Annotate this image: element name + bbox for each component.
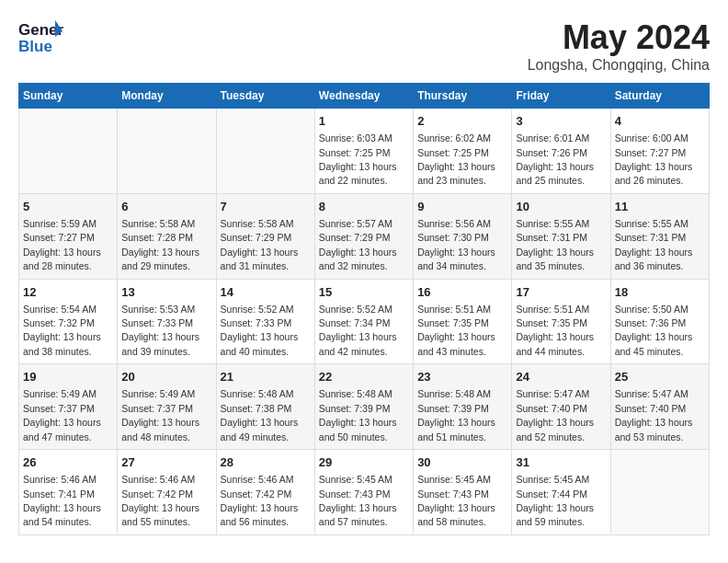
day-info: Sunrise: 5:47 AMSunset: 7:40 PMDaylight:… (516, 388, 594, 442)
day-info: Sunrise: 5:55 AMSunset: 7:31 PMDaylight:… (516, 218, 594, 271)
calendar-cell: 18Sunrise: 5:50 AMSunset: 7:36 PMDayligh… (610, 279, 709, 364)
week-row-2: 5Sunrise: 5:59 AMSunset: 7:27 PMDaylight… (19, 193, 710, 279)
calendar-cell: 21Sunrise: 5:48 AMSunset: 7:38 PMDayligh… (216, 364, 314, 450)
day-number: 31 (516, 454, 606, 471)
day-info: Sunrise: 5:51 AMSunset: 7:35 PMDaylight:… (417, 304, 495, 357)
calendar-cell: 22Sunrise: 5:48 AMSunset: 7:39 PMDayligh… (314, 364, 413, 450)
calendar-cell: 8Sunrise: 5:57 AMSunset: 7:29 PMDaylight… (314, 193, 413, 279)
day-number: 12 (23, 284, 113, 301)
day-number: 8 (319, 199, 409, 215)
calendar-body: 1Sunrise: 6:03 AMSunset: 7:25 PMDaylight… (19, 109, 710, 535)
day-number: 1 (319, 113, 409, 130)
calendar-cell: 28Sunrise: 5:46 AMSunset: 7:42 PMDayligh… (216, 450, 314, 535)
calendar-cell (216, 109, 314, 194)
calendar-cell: 16Sunrise: 5:51 AMSunset: 7:35 PMDayligh… (414, 279, 512, 364)
calendar-cell: 20Sunrise: 5:49 AMSunset: 7:37 PMDayligh… (118, 364, 216, 450)
day-number: 20 (121, 369, 211, 385)
day-info: Sunrise: 5:54 AMSunset: 7:32 PMDaylight:… (23, 304, 101, 357)
calendar-cell: 2Sunrise: 6:02 AMSunset: 7:25 PMDaylight… (414, 109, 512, 194)
header-friday: Friday (512, 84, 610, 109)
day-number: 24 (516, 369, 606, 385)
week-row-1: 1Sunrise: 6:03 AMSunset: 7:25 PMDaylight… (19, 109, 710, 194)
calendar-cell: 13Sunrise: 5:53 AMSunset: 7:33 PMDayligh… (118, 279, 216, 364)
day-number: 30 (417, 454, 507, 471)
calendar-cell: 5Sunrise: 5:59 AMSunset: 7:27 PMDaylight… (19, 193, 118, 279)
calendar-cell: 12Sunrise: 5:54 AMSunset: 7:32 PMDayligh… (19, 279, 118, 364)
day-info: Sunrise: 5:46 AMSunset: 7:41 PMDaylight:… (23, 474, 101, 527)
day-number: 16 (417, 284, 507, 301)
day-number: 15 (319, 284, 409, 301)
calendar-cell: 27Sunrise: 5:46 AMSunset: 7:42 PMDayligh… (118, 450, 216, 535)
day-info: Sunrise: 5:58 AMSunset: 7:28 PMDaylight:… (121, 218, 199, 271)
calendar-cell: 14Sunrise: 5:52 AMSunset: 7:33 PMDayligh… (216, 279, 314, 364)
day-info: Sunrise: 5:59 AMSunset: 7:27 PMDaylight:… (23, 218, 101, 271)
calendar-cell: 26Sunrise: 5:46 AMSunset: 7:41 PMDayligh… (19, 450, 118, 535)
week-row-5: 26Sunrise: 5:46 AMSunset: 7:41 PMDayligh… (19, 450, 710, 535)
calendar-cell: 23Sunrise: 5:48 AMSunset: 7:39 PMDayligh… (414, 364, 512, 450)
day-number: 17 (516, 284, 606, 301)
calendar-cell: 19Sunrise: 5:49 AMSunset: 7:37 PMDayligh… (19, 364, 118, 450)
day-number: 27 (121, 454, 211, 471)
header-tuesday: Tuesday (216, 84, 314, 109)
day-number: 6 (121, 199, 211, 215)
day-number: 7 (221, 199, 311, 215)
calendar-cell: 29Sunrise: 5:45 AMSunset: 7:43 PMDayligh… (314, 450, 413, 535)
day-number: 11 (615, 199, 705, 215)
day-info: Sunrise: 5:56 AMSunset: 7:30 PMDaylight:… (417, 218, 495, 271)
calendar-table: Sunday Monday Tuesday Wednesday Thursday… (18, 83, 710, 535)
week-row-4: 19Sunrise: 5:49 AMSunset: 7:37 PMDayligh… (19, 364, 710, 450)
day-info: Sunrise: 5:53 AMSunset: 7:33 PMDaylight:… (121, 304, 199, 357)
day-info: Sunrise: 5:50 AMSunset: 7:36 PMDaylight:… (615, 304, 693, 357)
day-number: 14 (221, 284, 311, 301)
day-info: Sunrise: 5:49 AMSunset: 7:37 PMDaylight:… (23, 388, 101, 442)
calendar-cell: 31Sunrise: 5:45 AMSunset: 7:44 PMDayligh… (512, 450, 610, 535)
header-monday: Monday (118, 84, 216, 109)
calendar-cell: 7Sunrise: 5:58 AMSunset: 7:29 PMDaylight… (216, 193, 314, 279)
day-info: Sunrise: 5:45 AMSunset: 7:44 PMDaylight:… (516, 474, 594, 527)
day-info: Sunrise: 6:03 AMSunset: 7:25 PMDaylight:… (319, 132, 397, 186)
day-info: Sunrise: 5:51 AMSunset: 7:35 PMDaylight:… (516, 304, 594, 357)
calendar-cell: 17Sunrise: 5:51 AMSunset: 7:35 PMDayligh… (512, 279, 610, 364)
week-row-3: 12Sunrise: 5:54 AMSunset: 7:32 PMDayligh… (19, 279, 710, 364)
day-number: 28 (221, 454, 311, 471)
day-number: 10 (516, 199, 606, 215)
day-number: 9 (417, 199, 507, 215)
day-info: Sunrise: 5:49 AMSunset: 7:37 PMDaylight:… (121, 388, 199, 442)
calendar-cell: 4Sunrise: 6:00 AMSunset: 7:27 PMDaylight… (610, 109, 709, 194)
day-info: Sunrise: 5:52 AMSunset: 7:34 PMDaylight:… (319, 304, 397, 357)
calendar-cell (610, 450, 709, 535)
calendar-header: Sunday Monday Tuesday Wednesday Thursday… (19, 84, 710, 109)
day-number: 19 (23, 369, 113, 385)
day-info: Sunrise: 5:55 AMSunset: 7:31 PMDaylight:… (615, 218, 693, 271)
day-info: Sunrise: 6:02 AMSunset: 7:25 PMDaylight:… (417, 132, 495, 186)
day-info: Sunrise: 5:46 AMSunset: 7:42 PMDaylight:… (121, 474, 199, 527)
day-info: Sunrise: 5:57 AMSunset: 7:29 PMDaylight:… (319, 218, 397, 271)
header-sunday: Sunday (19, 84, 118, 109)
calendar-cell: 6Sunrise: 5:58 AMSunset: 7:28 PMDaylight… (118, 193, 216, 279)
calendar-cell (118, 109, 216, 194)
day-info: Sunrise: 5:52 AMSunset: 7:33 PMDaylight:… (221, 304, 299, 357)
header-wednesday: Wednesday (314, 84, 413, 109)
day-info: Sunrise: 5:48 AMSunset: 7:38 PMDaylight:… (221, 388, 299, 442)
day-number: 13 (121, 284, 211, 301)
title-area: May 2024 Longsha, Chongqing, China (528, 18, 710, 74)
main-title: May 2024 (528, 18, 710, 57)
page-header: General Blue May 2024 Longsha, Chongqing… (18, 18, 710, 74)
day-number: 26 (23, 454, 113, 471)
day-info: Sunrise: 5:48 AMSunset: 7:39 PMDaylight:… (417, 388, 495, 442)
calendar-cell (19, 109, 118, 194)
header-thursday: Thursday (414, 84, 512, 109)
day-info: Sunrise: 5:45 AMSunset: 7:43 PMDaylight:… (319, 474, 397, 527)
calendar-cell: 1Sunrise: 6:03 AMSunset: 7:25 PMDaylight… (314, 109, 413, 194)
day-number: 3 (516, 113, 606, 130)
calendar-cell: 25Sunrise: 5:47 AMSunset: 7:40 PMDayligh… (610, 364, 709, 450)
logo: General Blue (18, 18, 64, 59)
calendar-cell: 10Sunrise: 5:55 AMSunset: 7:31 PMDayligh… (512, 193, 610, 279)
logo-svg: General Blue (18, 18, 64, 59)
day-info: Sunrise: 5:45 AMSunset: 7:43 PMDaylight:… (417, 474, 495, 527)
day-number: 25 (615, 369, 705, 385)
header-saturday: Saturday (610, 84, 709, 109)
day-number: 5 (23, 199, 113, 215)
subtitle: Longsha, Chongqing, China (528, 57, 710, 74)
day-number: 4 (615, 113, 705, 130)
